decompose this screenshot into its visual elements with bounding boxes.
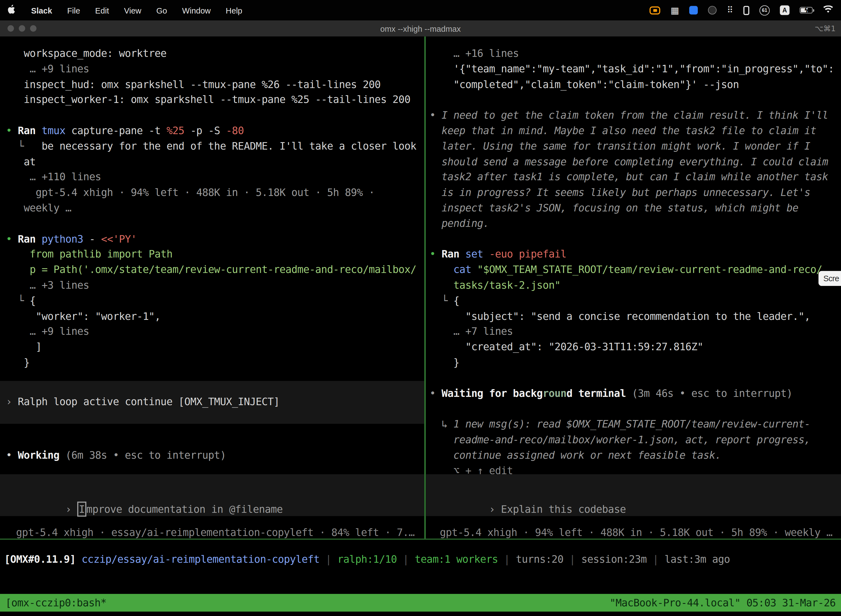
- terminal-line: "subject": "send a concise recommendatio…: [429, 308, 841, 324]
- pane-right[interactable]: … +16 lines '{"team_name":"my-team","tas…: [426, 37, 841, 538]
- terminal-line: › Ralph loop active continue [OMX_TMUX_I…: [6, 394, 424, 409]
- terminal-line: [6, 216, 424, 231]
- pane-left[interactable]: workspace_mode: worktree … +9 lines insp…: [0, 37, 424, 538]
- close-button[interactable]: [7, 25, 14, 31]
- terminal-line: … +16 lines: [429, 45, 841, 61]
- tmux-status-bar: [omx-cczip0:bash* "MacBook-Pro-44.local"…: [0, 594, 841, 612]
- terminal-line: "worker": "worker-1",: [6, 308, 424, 324]
- minimize-button[interactable]: [19, 25, 25, 31]
- terminal-line: p = Path('.omx/state/team/review-current…: [6, 262, 424, 277]
- screen-recording-indicator-icon[interactable]: [649, 6, 660, 14]
- terminal-line: }: [429, 355, 841, 370]
- prompt-chevron: ›: [65, 503, 72, 515]
- tmux-host-clock: "MacBook-Pro-44.local" 05:03 31-Mar-26: [610, 595, 835, 610]
- menu-view[interactable]: View: [124, 6, 141, 15]
- right-input-band[interactable]: ›Explain this codebase: [426, 474, 841, 516]
- hud-status-line: [OMX#0.11.9] cczip/essay/ai-reimplementa…: [0, 540, 841, 567]
- terminal-line: readme-and-reco/mailbox/worker-1.json, a…: [429, 432, 841, 447]
- terminal-line: pending.: [429, 216, 841, 231]
- right-input-placeholder: Explain this codebase: [501, 503, 626, 515]
- terminal-window: omx --xhigh --madmax ⌥⌘1 workspace_mode:…: [0, 21, 841, 616]
- right-scrollback: … +16 lines '{"team_name":"my-team","tas…: [426, 37, 841, 478]
- terminal-line: [6, 107, 424, 123]
- omx-hud-pane[interactable]: [OMX#0.11.9] cczip/essay/ai-reimplementa…: [0, 540, 841, 594]
- apple-menu-icon[interactable]: [7, 4, 16, 16]
- charging-bolt-icon: ϟ: [804, 6, 809, 13]
- battery-icon[interactable]: ϟ: [800, 7, 813, 13]
- terminal-line: └ {: [6, 293, 424, 308]
- window-title: omx --xhigh --madmax: [380, 24, 461, 33]
- terminal-line: from pathlib import Path: [6, 246, 424, 262]
- terminal-line: inspect task2's JSON, focusing on the st…: [429, 200, 841, 216]
- terminal-line: }: [6, 355, 424, 370]
- terminal-line: tasks/task-2.json": [429, 277, 841, 293]
- terminal-line: … +110 lines: [6, 169, 424, 185]
- terminal-line: later. Using the same for transition mig…: [429, 138, 841, 154]
- dark-app-icon[interactable]: [708, 6, 716, 14]
- terminal-line: cat "$OMX_TEAM_STATE_ROOT/team/review-cu…: [429, 262, 841, 277]
- terminal-line: [429, 401, 841, 417]
- terminal-line: [429, 231, 841, 246]
- left-input-band[interactable]: ›Improve documentation in @filename: [0, 474, 424, 516]
- terminal-line: ]: [6, 339, 424, 355]
- terminal-line: "created_at": "2026-03-31T11:59:27.816Z": [429, 339, 841, 355]
- menu-bar: Slack File Edit View Go Window Help ▦ ⠿ …: [0, 0, 841, 21]
- terminal-line: • I need to get the claim token from the…: [429, 107, 841, 123]
- tmux-session-label: [omx-cczip0:bash*: [5, 595, 106, 610]
- terminal-line: … +9 lines: [6, 61, 424, 76]
- working-status-line: • Working (6m 38s • esc to interrupt): [6, 447, 424, 463]
- left-pane-footer: gpt-5.4 xhigh · essay/ai-reimplementatio…: [16, 525, 415, 539]
- terminal-line: └ be necessary for the end of the README…: [6, 138, 424, 154]
- terminal-line: [429, 92, 841, 107]
- terminal-line: [OMX#0.11.9] cczip/essay/ai-reimplementa…: [4, 551, 841, 567]
- phone-mirroring-icon[interactable]: [743, 6, 749, 15]
- terminal-line: inspect_worker-1: omx sparkshell --tmux-…: [6, 92, 424, 107]
- menu-go[interactable]: Go: [157, 6, 167, 15]
- blue-app-icon[interactable]: [689, 6, 698, 14]
- percent-badge-value: 61: [762, 7, 767, 13]
- terminal-line: … +7 lines: [429, 324, 841, 339]
- terminal-line: ↳ 1 new msg(s): read $OMX_TEAM_STATE_ROO…: [429, 417, 841, 432]
- window-shortcut-hint: ⌥⌘1: [815, 24, 836, 32]
- terminal-line: └ {: [429, 293, 841, 308]
- terminal-line: [429, 370, 841, 386]
- traffic-lights: [7, 21, 37, 37]
- zoom-button[interactable]: [30, 25, 37, 31]
- prompt-chevron: ›: [489, 503, 495, 515]
- terminal-line: task2 after task1 is complete, but can I…: [429, 169, 841, 185]
- screen: Slack File Edit View Go Window Help ▦ ⠿ …: [0, 0, 841, 616]
- right-pane-footer: gpt-5.4 xhigh · 94% left · 488K in · 5.1…: [440, 525, 832, 539]
- terminal-line: • Working (6m 38s • esc to interrupt): [6, 447, 424, 463]
- terminal-line: continue assigned work or next feasible …: [429, 447, 841, 463]
- left-scrollback: workspace_mode: worktree … +9 lines insp…: [0, 37, 424, 370]
- input-source-letter: A: [782, 6, 787, 14]
- app-menu-slack[interactable]: Slack: [31, 6, 52, 15]
- percent-badge-icon[interactable]: 61: [760, 5, 770, 15]
- terminal-line: workspace_mode: worktree: [6, 45, 424, 61]
- terminal-line: • Ran set -euo pipefail: [429, 246, 841, 262]
- terminal-line: gpt-5.4 xhigh · 94% left · 488K in · 5.1…: [6, 185, 424, 200]
- terminal-line: keep that in mind. Maybe I also need the…: [429, 123, 841, 138]
- menu-bar-left: Slack File Edit View Go Window Help: [7, 4, 242, 16]
- window-titlebar[interactable]: omx --xhigh --madmax ⌥⌘1: [0, 21, 841, 37]
- menu-window[interactable]: Window: [182, 6, 211, 15]
- terminal-line: "completed","claim_token":"claim-token"}…: [429, 76, 841, 92]
- menu-bar-status: ▦ ⠿ 61 A ϟ: [649, 5, 833, 15]
- text-cursor: I: [77, 502, 86, 516]
- terminal-line: • Ran python3 - <<'PY': [6, 231, 424, 246]
- terminal-line: • Waiting for background terminal (3m 46…: [429, 386, 841, 401]
- menu-edit[interactable]: Edit: [95, 6, 109, 15]
- menu-file[interactable]: File: [67, 6, 80, 15]
- terminal-line: … +9 lines: [6, 324, 424, 339]
- left-input-placeholder: mprove documentation in @filename: [86, 503, 283, 515]
- terminal-line: … +3 lines: [6, 277, 424, 293]
- menu-help[interactable]: Help: [226, 6, 242, 15]
- terminal-area: workspace_mode: worktree … +9 lines insp…: [0, 37, 841, 616]
- grid-app-icon[interactable]: ▦: [671, 6, 679, 15]
- screen-share-popover[interactable]: Scre: [818, 271, 841, 286]
- wifi-icon[interactable]: [823, 5, 834, 15]
- terminal-line: inspect_hud: omx sparkshell --tmux-pane …: [6, 76, 424, 92]
- dots-grid-icon[interactable]: ⠿: [727, 6, 733, 14]
- terminal-line: should send a message before completing …: [429, 154, 841, 169]
- input-source-icon[interactable]: A: [780, 5, 790, 15]
